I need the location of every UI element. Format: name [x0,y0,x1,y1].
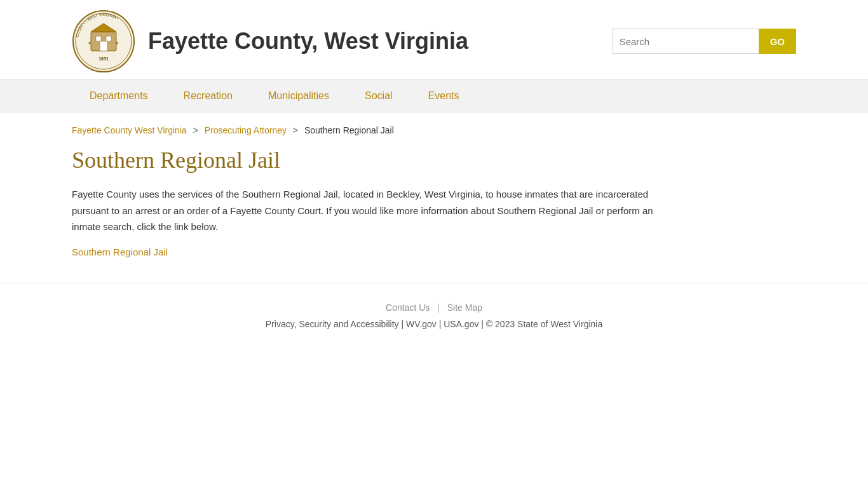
search-area: GO [613,29,796,54]
svg-text:★: ★ [88,41,92,45]
svg-text:★: ★ [115,41,119,45]
breadcrumb-current: Southern Regional Jail [304,125,394,135]
nav-item-recreation[interactable]: Recreation [166,80,250,112]
footer-usagov-link[interactable]: USA.gov [444,319,478,329]
footer-bottom: Privacy, Security and Accessibility | WV… [13,319,855,329]
footer-links: Contact Us | Site Map [13,302,855,313]
footer-wvgov-link[interactable]: WV.gov [406,319,437,329]
footer-separator-1: | [437,302,442,313]
breadcrumb-link-home[interactable]: Fayette County West Virginia [72,125,187,135]
footer-copyright: © 2023 State of West Virginia [486,319,602,329]
breadcrumb-separator-2: > [293,125,301,135]
page-title: Southern Regional Jail [72,147,796,173]
southern-regional-jail-link[interactable]: Southern Regional Jail [72,247,168,257]
breadcrumb-link-prosecuting[interactable]: Prosecuting Attorney [205,125,287,135]
county-seal-logo: COUNTY • WEST VIRGINIA • 1831 ★ ★ [72,10,135,73]
body-text: Fayette County uses the services of the … [72,186,682,235]
nav-item-municipalities[interactable]: Municipalities [250,80,347,112]
footer: Contact Us | Site Map Privacy, Security … [0,283,868,342]
footer-bottom-sep1: | [402,319,407,329]
svg-rect-4 [96,36,101,41]
footer-bottom-sep3: | [481,319,486,329]
nav-item-departments[interactable]: Departments [72,80,166,112]
nav-item-events[interactable]: Events [410,80,477,112]
search-button[interactable]: GO [759,29,796,54]
svg-rect-6 [100,41,107,51]
breadcrumb-separator-1: > [193,125,201,135]
site-title: Fayette County, West Virginia [148,28,600,55]
nav-item-social[interactable]: Social [347,80,410,112]
svg-text:1831: 1831 [98,57,109,61]
footer-sitemap-link[interactable]: Site Map [447,302,482,313]
footer-privacy-link[interactable]: Privacy, Security and Accessibility [266,319,399,329]
main-nav: Departments Recreation Municipalities So… [0,80,868,112]
footer-contact-link[interactable]: Contact Us [386,302,430,313]
svg-rect-5 [106,36,111,41]
breadcrumb: Fayette County West Virginia > Prosecuti… [72,125,796,135]
search-input[interactable] [613,29,759,54]
